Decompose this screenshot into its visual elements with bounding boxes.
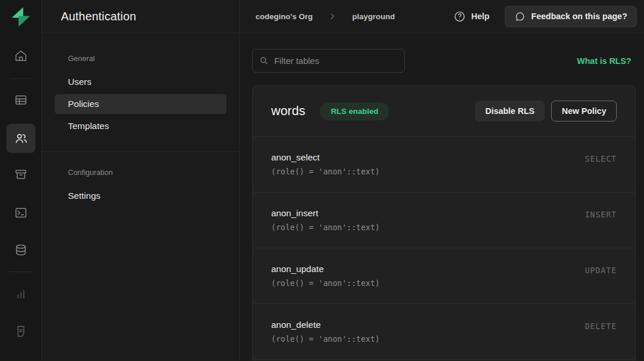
help-label: Help (471, 12, 489, 21)
rls-enabled-badge: RLS enabled (320, 102, 390, 120)
nav-rail (0, 0, 42, 361)
policy-name: anon_insert (271, 208, 380, 219)
card-actions: Disable RLS New Policy (475, 101, 617, 121)
sql-editor-icon[interactable] (7, 199, 35, 227)
table-name: words (271, 103, 305, 119)
breadcrumb-project[interactable]: playground (352, 12, 395, 21)
new-policy-button[interactable]: New Policy (551, 101, 617, 121)
filter-tables-box[interactable] (252, 49, 405, 73)
policy-command: DELETE (585, 321, 617, 331)
reports-icon[interactable] (7, 280, 35, 308)
storage-icon[interactable] (7, 160, 35, 188)
feedback-button[interactable]: Feedback on this page? (505, 6, 637, 27)
policies-card: words RLS enabled Disable RLS New Policy… (252, 85, 636, 361)
logs-icon[interactable] (7, 317, 35, 345)
main-area: codegino's Org playground Help Feedback … (240, 0, 644, 361)
policy-name: anon_select (271, 152, 380, 163)
policy-definition: (role() = 'anon'::text) (271, 334, 380, 344)
auth-users-icon[interactable] (6, 124, 35, 153)
policy-command: UPDATE (585, 266, 617, 275)
feedback-label: Feedback on this page? (531, 12, 627, 21)
sidebar-menu: General Users Policies Templates Configu… (42, 33, 239, 206)
policy-definition: (role() = 'anon'::text) (271, 278, 380, 288)
speech-bubble-icon (515, 11, 526, 22)
policy-row-anon-update[interactable]: anon_update (role() = 'anon'::text) UPDA… (253, 248, 635, 303)
policy-definition: (role() = 'anon'::text) (271, 167, 380, 176)
menu-divider (42, 151, 239, 152)
policy-row-anon-select[interactable]: anon_select (role() = 'anon'::text) SELE… (253, 136, 635, 192)
rail-divider (9, 271, 33, 272)
menu-heading-general: General (42, 54, 239, 63)
rail-divider (9, 78, 33, 79)
chevron-right-icon (328, 12, 337, 21)
policy-name: anon_delete (271, 320, 380, 330)
top-bar: codegino's Org playground Help Feedback … (240, 0, 644, 33)
policy-command: INSERT (585, 210, 617, 219)
policy-name: anon_update (271, 264, 380, 274)
toolbar: What is RLS? (252, 49, 636, 73)
policy-definition: (role() = 'anon'::text) (271, 223, 380, 232)
help-circle-icon (454, 10, 466, 23)
home-icon[interactable] (7, 42, 35, 70)
sidebar-item-policies[interactable]: Policies (55, 94, 226, 114)
page-title: Authentication (61, 10, 136, 23)
menu-heading-configuration: Configuration (42, 168, 239, 177)
filter-tables-input[interactable] (274, 56, 397, 66)
supabase-bolt-icon (10, 6, 32, 28)
breadcrumb-org[interactable]: codegino's Org (256, 12, 312, 21)
what-is-rls-link[interactable]: What is RLS? (577, 56, 631, 66)
database-icon[interactable] (7, 236, 35, 264)
app-window: Authentication General Users Policies Te… (0, 0, 644, 361)
disable-rls-button[interactable]: Disable RLS (475, 101, 545, 121)
card-header: words RLS enabled Disable RLS New Policy (253, 86, 635, 136)
help-button[interactable]: Help (454, 10, 489, 23)
policy-command: SELECT (585, 154, 617, 163)
policies-content: What is RLS? words RLS enabled Disable R… (240, 33, 644, 361)
sidebar-item-settings[interactable]: Settings (42, 186, 239, 206)
sidebar-item-users[interactable]: Users (42, 72, 239, 92)
policy-row-anon-delete[interactable]: anon_delete (role() = 'anon'::text) DELE… (253, 303, 635, 359)
sidebar-header: Authentication (42, 0, 239, 33)
header-actions: Help Feedback on this page? (454, 6, 637, 27)
supabase-logo[interactable] (0, 0, 41, 33)
policy-row-anon-insert[interactable]: anon_insert (role() = 'anon'::text) INSE… (253, 192, 635, 248)
sidebar-item-templates[interactable]: Templates (42, 116, 239, 136)
table-editor-icon[interactable] (7, 86, 35, 114)
search-icon (260, 56, 268, 66)
sidebar: Authentication General Users Policies Te… (42, 0, 240, 361)
